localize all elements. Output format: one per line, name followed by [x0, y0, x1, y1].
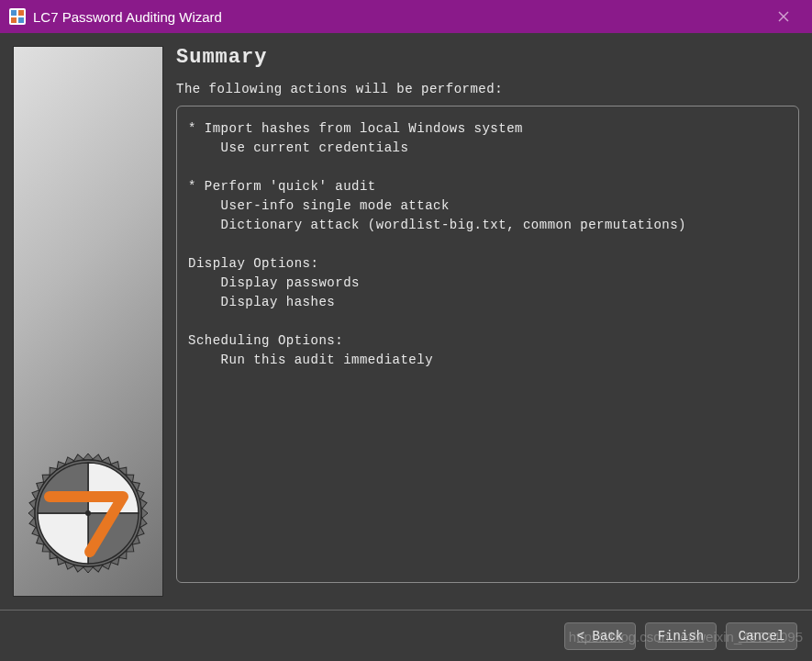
content-area: Summary The following actions will be pe… — [176, 46, 799, 595]
svg-rect-4 — [18, 17, 24, 23]
wizard-sidebar-image — [13, 46, 163, 597]
svg-point-8 — [85, 510, 91, 516]
main-area: Summary The following actions will be pe… — [0, 33, 812, 608]
close-icon[interactable] — [764, 0, 803, 33]
wizard-button-bar: < Back Finish Cancel — [0, 610, 812, 661]
page-subtitle: The following actions will be performed: — [176, 82, 799, 96]
svg-rect-2 — [18, 10, 24, 16]
page-title: Summary — [176, 46, 799, 69]
title-bar: LC7 Password Auditing Wizard — [0, 0, 812, 33]
back-button[interactable]: < Back — [564, 622, 636, 650]
cancel-button[interactable]: Cancel — [726, 622, 797, 650]
summary-text-box: * Import hashes from local Windows syste… — [176, 106, 799, 583]
finish-button[interactable]: Finish — [645, 622, 717, 650]
svg-rect-1 — [11, 10, 17, 16]
svg-rect-3 — [11, 17, 17, 23]
lc7-logo-icon — [24, 449, 152, 577]
window-title: LC7 Password Auditing Wizard — [33, 9, 764, 25]
app-icon — [9, 8, 26, 25]
